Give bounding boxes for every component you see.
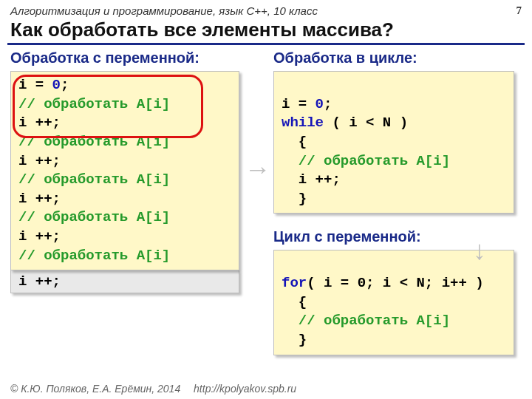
code-line: i ++; <box>18 190 231 209</box>
code-line: i ++; <box>282 171 506 190</box>
right2-codebox: for( i = 0; i < N; i++ ) { // обработать… <box>273 250 514 355</box>
code-line: while ( i < N ) <box>282 114 506 133</box>
left-codebox: i = 0; // обработать A[i] i ++; // обраб… <box>10 71 239 270</box>
footer-url[interactable]: http://kpolyakov.spb.ru <box>194 383 296 395</box>
left-extra: i ++; <box>10 270 239 293</box>
code-line: // обработать A[i] <box>18 208 231 228</box>
arrow-down-icon: ↓ <box>473 237 486 264</box>
code-line: // обработать A[i] <box>282 312 506 331</box>
course-label: Алгоритмизация и программирование, язык … <box>10 4 318 17</box>
code-line: { <box>282 133 506 152</box>
code-line: } <box>282 331 506 350</box>
right1-codebox: i = 0;while ( i < N ) { // обработать A[… <box>273 71 514 214</box>
footer-copy: © К.Ю. Поляков, Е.А. Ерёмин, 2014 <box>10 383 180 395</box>
code-line: i = 0; <box>282 95 506 115</box>
code-line: // обработать A[i] <box>18 133 231 152</box>
code-line: } <box>282 190 506 209</box>
right-column: Обработка в цикле: i = 0;while ( i < N )… <box>273 50 514 355</box>
header: Алгоритмизация и программирование, язык … <box>0 0 532 17</box>
code-line: i ++; <box>18 228 231 247</box>
code-line: { <box>282 293 506 313</box>
footer: © К.Ю. Поляков, Е.А. Ерёмин, 2014 http:/… <box>0 383 532 395</box>
content: Обработка с переменной: i = 0; // обрабо… <box>0 45 532 48</box>
code-line: i = 0; <box>18 76 231 95</box>
code-line: i ++; <box>18 152 231 171</box>
left-heading: Обработка с переменной: <box>10 50 239 66</box>
right1-heading: Обработка в цикле: <box>273 50 514 66</box>
code-line: // обработать A[i] <box>282 152 506 171</box>
code-line: // обработать A[i] <box>18 95 231 115</box>
code-line: i ++; <box>18 114 231 133</box>
page-number: 7 <box>516 4 522 17</box>
code-line: // обработать A[i] <box>18 171 231 190</box>
arrow-right-icon: → <box>245 156 271 183</box>
code-line: // обработать A[i] <box>18 247 231 266</box>
left-column: Обработка с переменной: i = 0; // обрабо… <box>10 50 239 293</box>
code-line: for( i = 0; i < N; i++ ) <box>282 274 506 293</box>
page-title: Как обработать все элементы массива? <box>0 17 532 43</box>
